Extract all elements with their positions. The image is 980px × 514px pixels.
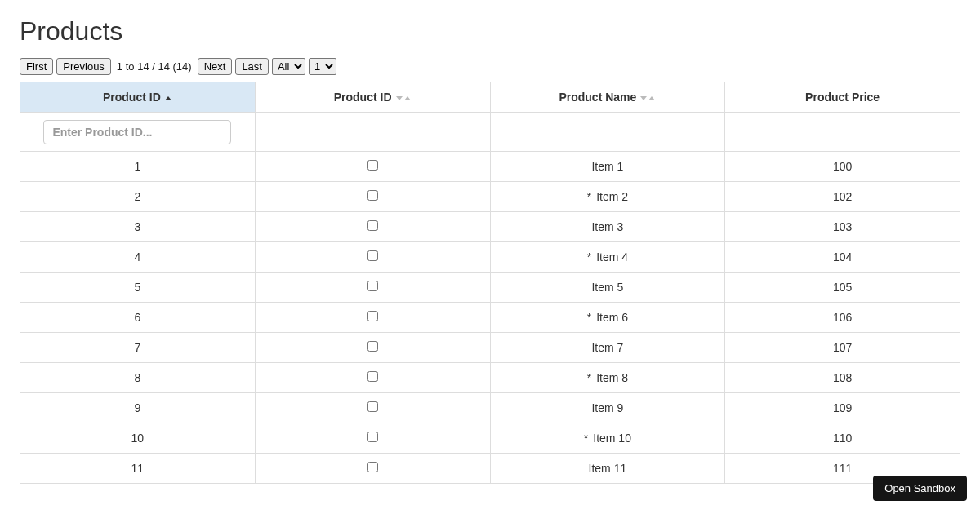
row-checkbox[interactable] (368, 401, 378, 412)
cell-product-id: 11 (20, 454, 256, 484)
column-header-check[interactable]: Product ID (255, 82, 490, 113)
cell-checkbox (255, 393, 490, 423)
cell-product-id: 1 (20, 152, 256, 182)
row-checkbox[interactable] (368, 160, 378, 171)
row-checkbox[interactable] (368, 432, 378, 442)
column-header-label: Product ID (103, 91, 161, 104)
star-icon: * (587, 371, 591, 384)
cell-product-id: 10 (20, 423, 256, 454)
cell-checkbox (255, 242, 490, 273)
cell-product-price: 103 (725, 212, 960, 242)
filter-cell-id (20, 113, 256, 152)
cell-checkbox (255, 454, 490, 484)
cell-product-price: 108 (725, 363, 960, 393)
cell-product-name: Item 9 (490, 393, 725, 423)
filter-cell-price (725, 113, 960, 152)
cell-product-price: 109 (725, 393, 960, 423)
cell-product-id: 4 (20, 242, 256, 273)
cell-checkbox (255, 273, 490, 303)
row-checkbox[interactable] (368, 371, 378, 382)
cell-product-name: *Item 2 (490, 182, 725, 212)
row-checkbox[interactable] (368, 341, 378, 352)
product-name-text: Item 4 (596, 250, 628, 264)
sort-icon (395, 96, 412, 100)
cell-checkbox (255, 363, 490, 393)
cell-product-id: 2 (20, 182, 256, 212)
cell-checkbox (255, 423, 490, 454)
product-name-text: Item 7 (591, 341, 623, 354)
product-name-text: Item 10 (593, 432, 631, 445)
cell-product-price: 104 (725, 242, 960, 273)
table-row: 5Item 5105 (20, 273, 960, 303)
product-name-text: Item 3 (591, 220, 623, 233)
cell-product-name: Item 3 (490, 212, 725, 242)
row-checkbox[interactable] (368, 281, 378, 291)
cell-product-id: 3 (20, 212, 256, 242)
row-checkbox[interactable] (368, 220, 378, 231)
cell-product-name: Item 11 (490, 454, 725, 484)
column-header-label: Product Name (559, 91, 636, 104)
table-row: 2*Item 2102 (20, 182, 960, 212)
star-icon: * (587, 250, 591, 264)
cell-product-id: 7 (20, 333, 256, 363)
first-button[interactable]: First (20, 58, 53, 75)
star-icon: * (587, 190, 591, 203)
products-table: Product IDProduct IDProduct NameProduct … (20, 82, 960, 484)
cell-product-name: Item 7 (490, 333, 725, 363)
cell-product-id: 8 (20, 363, 256, 393)
table-row: 3Item 3103 (20, 212, 960, 242)
cell-product-price: 106 (725, 303, 960, 333)
row-checkbox[interactable] (368, 190, 378, 201)
column-header-price[interactable]: Product Price (725, 82, 960, 113)
cell-product-price: 105 (725, 273, 960, 303)
table-row: 1Item 1100 (20, 152, 960, 182)
table-row: 10*Item 10110 (20, 423, 960, 454)
product-name-text: Item 5 (591, 281, 623, 294)
table-row: 7Item 7107 (20, 333, 960, 363)
product-name-text: Item 2 (596, 190, 628, 203)
table-header-row: Product IDProduct IDProduct NameProduct … (20, 82, 960, 113)
cell-product-name: *Item 8 (490, 363, 725, 393)
product-name-text: Item 1 (591, 160, 623, 173)
cell-product-name: *Item 6 (490, 303, 725, 333)
column-header-name[interactable]: Product Name (490, 82, 725, 113)
row-checkbox[interactable] (368, 250, 378, 261)
cell-product-price: 110 (725, 423, 960, 454)
cell-product-name: Item 5 (490, 273, 725, 303)
pagination-toolbar: First Previous 1 to 14 / 14 (14) Next La… (20, 58, 960, 75)
cell-checkbox (255, 152, 490, 182)
last-button[interactable]: Last (235, 58, 269, 75)
cell-product-id: 5 (20, 273, 256, 303)
table-row: 11Item 11111 (20, 454, 960, 484)
column-header-label: Product ID (334, 91, 392, 104)
product-name-text: Item 11 (589, 462, 627, 475)
product-name-text: Item 6 (596, 311, 628, 324)
cell-product-price: 100 (725, 152, 960, 182)
page-number-select[interactable]: 1 (309, 58, 336, 75)
cell-checkbox (255, 333, 490, 363)
row-checkbox[interactable] (368, 462, 378, 472)
cell-product-id: 9 (20, 393, 256, 423)
previous-button[interactable]: Previous (56, 58, 111, 75)
table-row: 4*Item 4104 (20, 242, 960, 273)
product-name-text: Item 8 (596, 371, 628, 384)
product-name-text: Item 9 (591, 401, 623, 414)
row-checkbox[interactable] (368, 311, 378, 321)
cell-product-name: *Item 4 (490, 242, 725, 273)
cell-checkbox (255, 182, 490, 212)
star-icon: * (584, 432, 588, 445)
filter-cell-check (255, 113, 490, 152)
open-sandbox-button[interactable]: Open Sandbox (873, 476, 967, 500)
cell-checkbox (255, 212, 490, 242)
column-header-label: Product Price (805, 91, 880, 104)
cell-product-price: 102 (725, 182, 960, 212)
cell-product-name: *Item 10 (490, 423, 725, 454)
column-header-id[interactable]: Product ID (20, 82, 256, 113)
cell-product-id: 6 (20, 303, 256, 333)
page-size-select[interactable]: All (272, 58, 305, 75)
filter-input-id[interactable] (43, 120, 231, 144)
sort-icon (639, 96, 656, 100)
next-button[interactable]: Next (198, 58, 233, 75)
sort-icon (164, 96, 172, 100)
table-row: 9Item 9109 (20, 393, 960, 423)
